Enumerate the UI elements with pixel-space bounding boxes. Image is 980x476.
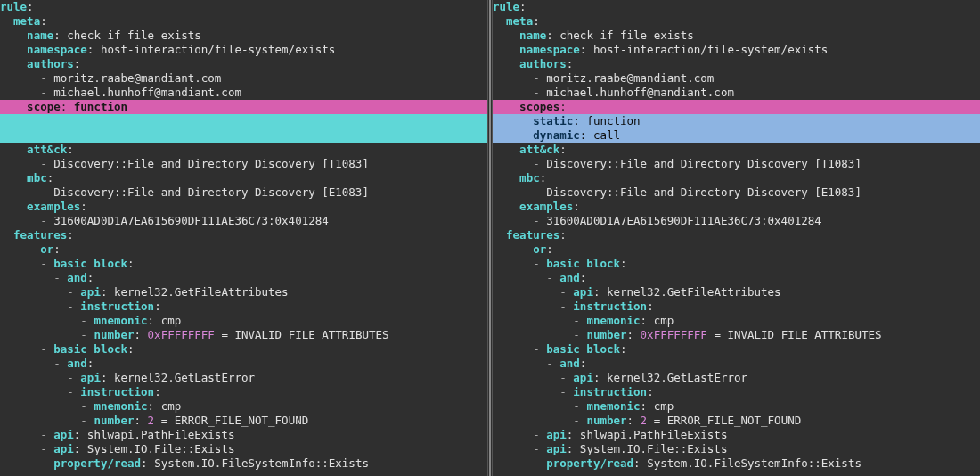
yaml-line: name: check if file exists [0,29,487,43]
yaml-line: att&ck: [493,143,980,157]
yaml-line: - moritz.raabe@mandiant.com [0,71,487,86]
yaml-line: authors: [0,57,487,71]
yaml-line: - mnemonic: cmp [493,314,980,328]
yaml-line: - api: System.IO.File::Exists [493,442,980,456]
yaml-line: rule: [0,0,487,14]
empty-line-marker: ~ [493,471,980,476]
diff-added-line: scopes: [493,100,980,114]
yaml-line: mbc: [493,171,980,185]
yaml-line: authors: [493,57,980,71]
yaml-line: - and: [0,357,487,371]
yaml-line: - api: kernel32.GetLastError [493,371,980,385]
yaml-line: - moritz.raabe@mandiant.com [493,71,980,86]
yaml-line: - api: shlwapi.PathFileExists [493,428,980,442]
yaml-line: - and: [493,271,980,285]
yaml-line: rule: [493,0,980,14]
yaml-line: features: [493,228,980,242]
yaml-line: meta: [493,14,980,29]
yaml-line: - instruction: [493,385,980,399]
yaml-line: name: check if file exists [493,29,980,43]
yaml-line: - api: kernel32.GetFileAttributes [0,285,487,300]
yaml-line: - Discovery::File and Directory Discover… [0,157,487,171]
yaml-line: - api: shlwapi.PathFileExists [0,428,487,442]
yaml-line: - api: kernel32.GetLastError [0,371,487,385]
yaml-line: - number: 0xFFFFFFFF = INVALID_FILE_ATTR… [0,328,487,342]
yaml-line: - api: kernel32.GetFileAttributes [493,285,980,300]
yaml-line: - mnemonic: cmp [0,314,487,328]
yaml-line: examples: [493,200,980,214]
yaml-line: - Discovery::File and Directory Discover… [493,157,980,171]
diff-filler-line [0,114,487,128]
yaml-line: - mnemonic: cmp [493,399,980,414]
yaml-line: - instruction: [493,300,980,314]
yaml-line: - basic block: [0,257,487,271]
diff-added-line: dynamic: call [493,128,980,143]
yaml-line: - Discovery::File and Directory Discover… [493,185,980,200]
yaml-line: - number: 2 = ERROR_FILE_NOT_FOUND [0,414,487,428]
yaml-line: - number: 2 = ERROR_FILE_NOT_FOUND [493,414,980,428]
yaml-line: - basic block: [493,257,980,271]
diff-left-pane[interactable]: rule: meta: name: check if file exists n… [0,0,487,476]
yaml-line: namespace: host-interaction/file-system/… [493,43,980,57]
diff-added-line: static: function [493,114,980,128]
yaml-line: - basic block: [0,342,487,357]
diff-right-pane[interactable]: rule: meta: name: check if file exists n… [493,0,980,476]
yaml-line: meta: [0,14,487,29]
yaml-line: - 31600AD0D1A7EA615690DF111AE36C73:0x401… [0,214,487,228]
yaml-line: - michael.hunhoff@mandiant.com [493,86,980,100]
yaml-line: - property/read: System.IO.FileSystemInf… [0,456,487,471]
yaml-line: - 31600AD0D1A7EA615690DF111AE36C73:0x401… [493,214,980,228]
yaml-line: - mnemonic: cmp [0,399,487,414]
empty-line-marker: ~ [0,471,487,476]
yaml-line: namespace: host-interaction/file-system/… [0,43,487,57]
yaml-line: - and: [0,271,487,285]
yaml-line: - number: 0xFFFFFFFF = INVALID_FILE_ATTR… [493,328,980,342]
yaml-line: examples: [0,200,487,214]
diff-filler-line [0,128,487,143]
yaml-line: - Discovery::File and Directory Discover… [0,185,487,200]
yaml-line: - basic block: [493,342,980,357]
yaml-line: - or: [493,242,980,257]
yaml-line: - instruction: [0,300,487,314]
yaml-line: - property/read: System.IO.FileSystemInf… [493,456,980,471]
yaml-line: att&ck: [0,143,487,157]
yaml-line: mbc: [0,171,487,185]
diff-removed-line: scope: function [0,100,487,114]
yaml-line: - and: [493,357,980,371]
yaml-line: - michael.hunhoff@mandiant.com [0,86,487,100]
yaml-line: - api: System.IO.File::Exists [0,442,487,456]
yaml-line: - instruction: [0,385,487,399]
yaml-line: features: [0,228,487,242]
yaml-line: - or: [0,242,487,257]
